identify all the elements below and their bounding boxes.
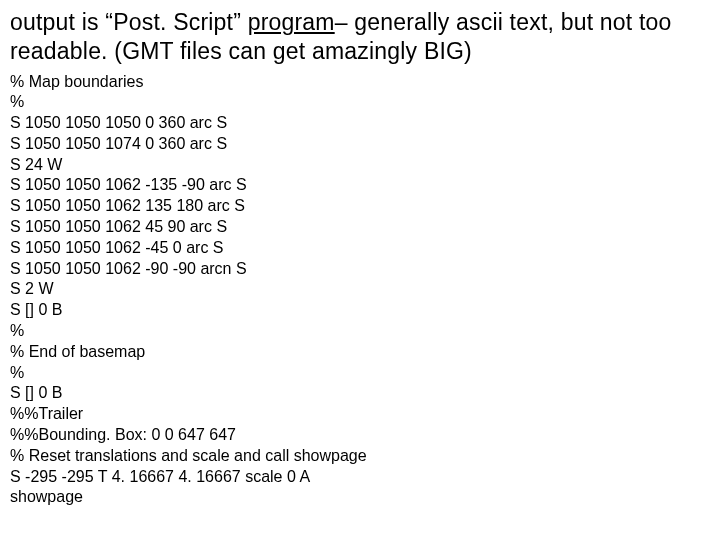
code-line: % End of basemap xyxy=(10,342,710,363)
code-line: %%Bounding. Box: 0 0 647 647 xyxy=(10,425,710,446)
slide-heading: output is “Post. Script” program– genera… xyxy=(10,8,710,66)
code-line: S 1050 1050 1062 -135 -90 arc S xyxy=(10,175,710,196)
code-line: % xyxy=(10,92,710,113)
code-line: %%Trailer xyxy=(10,404,710,425)
code-line: S 1050 1050 1062 135 180 arc S xyxy=(10,196,710,217)
heading-prefix: output is “Post. Script” xyxy=(10,9,248,35)
code-line: S 1050 1050 1062 -90 -90 arcn S xyxy=(10,259,710,280)
code-line: % xyxy=(10,363,710,384)
code-line: % xyxy=(10,321,710,342)
code-line: S 24 W xyxy=(10,155,710,176)
code-line: S [] 0 B xyxy=(10,383,710,404)
code-line: S 2 W xyxy=(10,279,710,300)
code-line: S 1050 1050 1062 45 90 arc S xyxy=(10,217,710,238)
postscript-code-block: % Map boundaries % S 1050 1050 1050 0 36… xyxy=(10,72,710,509)
code-line: S 1050 1050 1074 0 360 arc S xyxy=(10,134,710,155)
code-line: S -295 -295 T 4. 16667 4. 16667 scale 0 … xyxy=(10,467,710,488)
code-line: S 1050 1050 1050 0 360 arc S xyxy=(10,113,710,134)
code-line: S 1050 1050 1062 -45 0 arc S xyxy=(10,238,710,259)
code-line: S [] 0 B xyxy=(10,300,710,321)
heading-underlined: program xyxy=(248,9,335,35)
code-line: showpage xyxy=(10,487,710,508)
code-line: % Reset translations and scale and call … xyxy=(10,446,710,467)
code-line: % Map boundaries xyxy=(10,72,710,93)
